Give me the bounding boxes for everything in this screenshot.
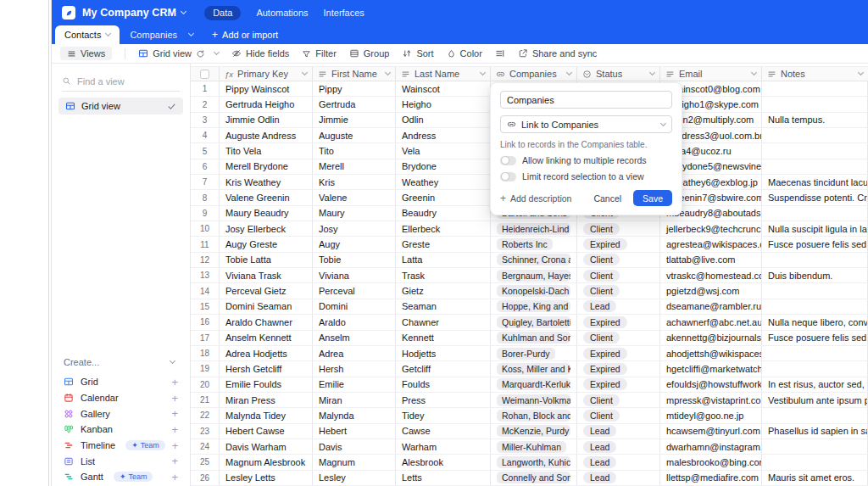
chevron-down-icon[interactable] xyxy=(858,70,864,75)
cell-email[interactable]: malesbrooko@bing.com xyxy=(660,455,762,469)
cell-last-name[interactable]: Brydone xyxy=(396,159,491,174)
cell-primary-key[interactable]: Lesley Letts xyxy=(220,471,313,485)
cell-notes[interactable] xyxy=(762,299,868,314)
row-number[interactable]: 25 xyxy=(191,455,220,469)
table-row[interactable]: 19Hersh GetcliffHershGetcliffKoss, Mille… xyxy=(191,361,868,377)
column-header-first-name[interactable]: First Name xyxy=(313,67,396,81)
table-row[interactable]: 25Magnum AlesbrookMagnumAlesbrookLangwor… xyxy=(191,455,868,470)
column-header-last-name[interactable]: Last Name xyxy=(396,67,491,81)
cell-email[interactable]: tlattab@live.com xyxy=(660,253,762,267)
cell-last-name[interactable]: Letts xyxy=(396,471,491,485)
plus-icon[interactable]: + xyxy=(171,455,178,467)
cell-last-name[interactable]: Heigho xyxy=(396,97,491,111)
cell-notes[interactable]: Duis bibendum. xyxy=(762,268,868,282)
cell-primary-key[interactable]: Augy Greste xyxy=(220,237,313,251)
cell-status[interactable]: Client xyxy=(577,268,660,282)
cell-last-name[interactable]: Weathey xyxy=(396,175,491,189)
column-header-status[interactable]: Status xyxy=(577,67,660,81)
cell-notes[interactable]: Mauris sit amet eros. xyxy=(762,471,868,485)
chevron-down-icon[interactable] xyxy=(214,49,220,55)
cell-companies[interactable]: Connelly and Sons xyxy=(491,471,577,485)
table-row[interactable]: 13Viviana TraskVivianaTraskBergnaum, Hay… xyxy=(191,268,868,283)
cell-last-name[interactable]: Hodjetts xyxy=(396,346,491,360)
row-number[interactable]: 4 xyxy=(191,128,220,142)
cell-email[interactable]: dwarhamn@instagram.com xyxy=(660,439,762,454)
cell-last-name[interactable]: Andress xyxy=(396,128,491,142)
cell-last-name[interactable]: Alesbrook xyxy=(396,455,491,469)
cell-primary-key[interactable]: Tobie Latta xyxy=(220,253,313,267)
chevron-down-icon[interactable] xyxy=(302,70,308,75)
cell-notes[interactable]: Nulla neque libero, conval... xyxy=(762,315,868,329)
cell-companies[interactable]: Schinner, Crona and Paucek xyxy=(491,253,577,267)
cell-email[interactable]: jellerbeck9@techcrunch.c... xyxy=(660,221,762,236)
row-number[interactable]: 16 xyxy=(191,315,220,329)
cell-email[interactable]: llettsp@mediafire.com xyxy=(660,471,762,485)
nav-tab-interfaces[interactable]: Interfaces xyxy=(324,8,364,18)
cell-companies[interactable]: Kuhlman and Sons xyxy=(491,331,577,345)
cell-last-name[interactable]: Ellerbeck xyxy=(396,221,491,236)
cell-companies[interactable]: Borer-Purdy xyxy=(491,346,577,360)
cell-primary-key[interactable]: Malynda Tidey xyxy=(220,408,313,422)
cell-first-name[interactable]: Lesley xyxy=(313,471,396,485)
column-header-email[interactable]: Email xyxy=(660,67,762,81)
cell-first-name[interactable]: Anselm xyxy=(313,331,396,345)
cell-email[interactable]: ahodjettsh@wikispaces.c... xyxy=(660,346,762,360)
cell-last-name[interactable]: Kennett xyxy=(396,331,491,345)
cell-companies[interactable]: Konopelski-Dach xyxy=(491,283,577,298)
grid-view-button[interactable]: Grid view xyxy=(138,48,219,59)
cell-first-name[interactable]: Adrea xyxy=(313,346,396,360)
nav-tab-data[interactable]: Data xyxy=(204,6,241,20)
cell-notes[interactable]: In est risus, auctor sed, tr... xyxy=(762,377,868,392)
cell-first-name[interactable]: Auguste xyxy=(313,128,396,142)
chevron-down-icon[interactable] xyxy=(181,8,186,14)
cell-status[interactable]: Lead xyxy=(577,471,660,485)
row-number[interactable]: 2 xyxy=(191,97,220,111)
cell-primary-key[interactable]: Domini Seaman xyxy=(220,299,313,314)
chevron-down-icon[interactable] xyxy=(649,70,655,75)
cell-last-name[interactable]: Tidey xyxy=(396,408,491,422)
row-number[interactable]: 13 xyxy=(191,268,220,282)
cell-first-name[interactable]: Maury xyxy=(313,206,396,221)
cell-notes[interactable]: Maecenas tincidunt lacus... xyxy=(762,175,868,189)
cell-first-name[interactable]: Gertruda xyxy=(313,97,396,111)
table-row[interactable]: 23Hebert CawseHebertCawseMcKenzie, Purdy… xyxy=(191,424,868,439)
cell-email[interactable]: mtideyl@goo.ne.jp xyxy=(660,408,762,422)
row-number[interactable]: 11 xyxy=(191,237,220,251)
cell-notes[interactable]: Fusce posuere felis sed l... xyxy=(762,237,868,251)
cell-notes[interactable] xyxy=(762,128,868,142)
cell-primary-key[interactable]: Josy Ellerbeck xyxy=(220,221,313,236)
cell-first-name[interactable]: Perceval xyxy=(313,283,396,298)
cell-status[interactable]: Lead xyxy=(577,299,660,314)
sidebar-create-calendar[interactable]: Calendar + xyxy=(57,390,185,406)
cell-email[interactable]: hgetcliffi@marketwatch.c... xyxy=(660,361,762,376)
plus-icon[interactable]: + xyxy=(171,376,178,388)
plus-icon[interactable]: + xyxy=(171,407,178,420)
cell-first-name[interactable]: Jimmie xyxy=(313,113,396,127)
table-row[interactable]: 14Perceval GietzPercevalGietzKonopelski-… xyxy=(191,283,868,299)
cell-status[interactable]: Expired xyxy=(577,237,660,251)
group-button[interactable]: Group xyxy=(349,48,390,59)
cell-first-name[interactable]: Miran xyxy=(313,393,396,407)
cell-companies[interactable]: Heidenreich-Lind xyxy=(491,221,577,236)
cell-primary-key[interactable]: Hebert Cawse xyxy=(220,424,313,439)
cell-companies[interactable]: Roberts Inc xyxy=(491,237,577,251)
cell-primary-key[interactable]: Viviana Trask xyxy=(220,268,313,282)
cell-email[interactable]: pgietzd@wsj.com xyxy=(660,283,762,298)
color-button[interactable]: Color xyxy=(447,48,482,59)
chevron-down-icon[interactable] xyxy=(660,120,666,126)
table-row[interactable]: 20Emilie FouldsEmilieFouldsMarquardt-Ker… xyxy=(191,377,868,393)
row-number[interactable]: 8 xyxy=(191,190,220,204)
cell-first-name[interactable]: Domini xyxy=(313,299,396,314)
cell-first-name[interactable]: Araldo xyxy=(313,315,396,329)
cell-notes[interactable] xyxy=(762,408,868,422)
tab-contacts[interactable]: Contacts xyxy=(55,25,120,44)
cell-notes[interactable] xyxy=(762,253,868,267)
cell-status[interactable]: Expired xyxy=(577,346,660,360)
cell-primary-key[interactable]: Gertruda Heigho xyxy=(220,97,313,111)
save-button[interactable]: Save xyxy=(633,190,672,206)
cell-notes[interactable] xyxy=(762,206,868,221)
chevron-down-icon[interactable] xyxy=(566,70,572,75)
cell-last-name[interactable]: Getcliff xyxy=(396,361,491,376)
plus-icon[interactable]: + xyxy=(172,439,179,452)
cell-status[interactable]: Client xyxy=(577,221,660,236)
